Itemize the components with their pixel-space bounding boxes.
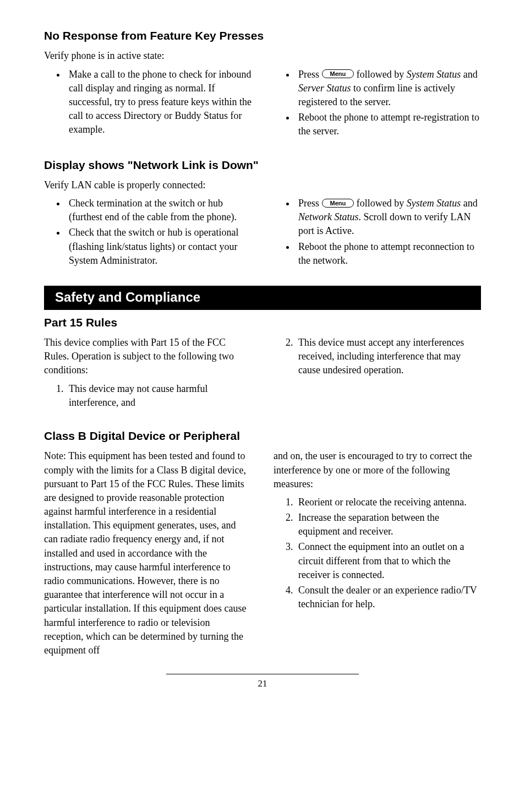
- text-italic: System Status: [407, 69, 461, 80]
- page-number: 21: [44, 677, 481, 690]
- text-fragment: followed by: [354, 198, 406, 209]
- heading-network-down: Display shows "Network Link is Down": [44, 157, 481, 173]
- list-item: Reboot the phone to attempt reconnection…: [296, 240, 481, 268]
- heading-part15: Part 15 Rules: [44, 314, 481, 330]
- text-fragment: and: [461, 198, 478, 209]
- list-item: This device must accept any interference…: [296, 336, 481, 378]
- list-item: Connect the equipment into an outlet on …: [296, 540, 481, 582]
- heading-classb: Class B Digital Device or Peripheral: [44, 428, 481, 444]
- list-item: Check termination at the switch or hub (…: [66, 197, 251, 224]
- text-italic: Network Status: [298, 211, 359, 222]
- list-item: Press Menu followed by System Status and…: [296, 68, 481, 110]
- menu-button-icon: Menu: [322, 69, 354, 78]
- list-item: Make a call to the phone to check for in…: [66, 68, 251, 137]
- heading-safety-compliance: Safety and Compliance: [44, 286, 481, 310]
- list-item: Consult the dealer or an experience radi…: [296, 584, 481, 611]
- menu-button-icon: Menu: [322, 199, 354, 208]
- list-item: Increase the separation between the equi…: [296, 511, 481, 538]
- intro-part15: This device complies with Part 15 of the…: [44, 336, 251, 378]
- text-italic: System Status: [407, 198, 461, 209]
- footer-divider: [166, 674, 359, 674]
- text-fragment: Press: [298, 198, 322, 209]
- list-item: Reorient or relocate the receiving anten…: [296, 495, 481, 509]
- list-item: Reboot the phone to attempt re-registrat…: [296, 111, 481, 138]
- list-item: This device may not cause harmful interf…: [66, 382, 251, 410]
- heading-no-response: No Response from Feature Key Presses: [44, 28, 481, 43]
- intro-network-down: Verify LAN cable is properly connected:: [44, 178, 481, 192]
- text-fragment: and: [461, 69, 478, 80]
- text-italic: Server Status: [298, 83, 351, 94]
- text-fragment: followed by: [354, 69, 406, 80]
- paragraph-classb-right-intro: and on, the user is encouraged to try to…: [274, 449, 481, 491]
- paragraph-classb-left: Note: This equipment has been tested and…: [44, 449, 251, 657]
- list-item: Check that the switch or hub is operatio…: [66, 226, 251, 268]
- intro-no-response: Verify phone is in active state:: [44, 49, 481, 63]
- list-item: Press Menu followed by System Status and…: [296, 197, 481, 238]
- text-fragment: Press: [298, 69, 322, 80]
